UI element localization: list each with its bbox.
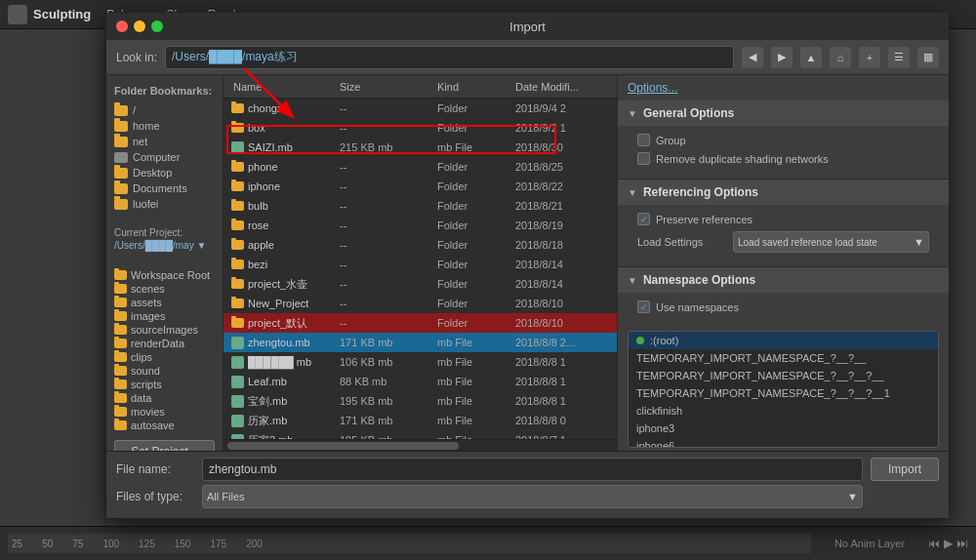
- remove-dup-checkbox[interactable]: [637, 152, 650, 165]
- set-project-button[interactable]: Set Project...: [114, 440, 215, 451]
- lookin-path[interactable]: /Users/████/maya练习: [165, 46, 734, 69]
- project-folder-images[interactable]: images: [106, 309, 223, 323]
- namespace-item[interactable]: iphone6: [629, 437, 938, 448]
- bookmark-documents[interactable]: Documents: [106, 180, 223, 196]
- bookmark-desktop[interactable]: Desktop: [106, 165, 223, 180]
- file-row[interactable]: bulb-- Folder2018/8/21: [224, 196, 617, 216]
- project-folder-workspace[interactable]: Workspace Root: [106, 268, 223, 282]
- file-list-scroll[interactable]: chongzi-- Folder2018/9/4 2box-- Folder20…: [224, 99, 617, 439]
- options-link[interactable]: Options...: [618, 75, 949, 100]
- file-icon: [231, 376, 244, 388]
- file-name: bulb: [227, 200, 340, 212]
- bookmark-luofei[interactable]: luofei: [106, 196, 223, 212]
- file-row[interactable]: phone-- Folder2018/8/25: [224, 157, 617, 177]
- nav-new-folder-button[interactable]: +: [859, 47, 880, 68]
- file-row[interactable]: New_Project-- Folder2018/8/10: [224, 294, 617, 313]
- bookmark-root[interactable]: /: [106, 102, 223, 118]
- bookmark-home[interactable]: home: [106, 118, 223, 134]
- file-row[interactable]: chongzi-- Folder2018/9/4 2: [224, 99, 617, 118]
- project-folder-autosave[interactable]: autosave: [106, 419, 223, 432]
- maya-left-sidebar: [0, 29, 105, 527]
- filename-input[interactable]: [202, 458, 863, 481]
- file-row[interactable]: SAIZI.mb215 KB mbmb File2018/8/30: [224, 138, 617, 157]
- import-button[interactable]: Import: [871, 458, 939, 481]
- nav-back-button[interactable]: ◀: [742, 47, 763, 68]
- scrollbar-thumb[interactable]: [227, 442, 459, 450]
- file-date: 2018/8/19: [515, 220, 613, 231]
- preserve-refs-checkbox[interactable]: ✓: [637, 213, 650, 225]
- project-folder-data[interactable]: data: [106, 391, 223, 405]
- namespace-list[interactable]: :(root)TEMPORARY_IMPORT_NAMESPACE_?__?__…: [628, 331, 939, 448]
- file-row[interactable]: bezi-- Folder2018/8/14: [224, 255, 617, 274]
- project-folder-sourceimages[interactable]: sourceImages: [106, 323, 223, 337]
- file-row[interactable]: 历家.mb171 KB mbmb File2018/8/8 0: [224, 411, 617, 430]
- namespace-item[interactable]: :(root): [629, 332, 938, 349]
- file-kind: Folder: [437, 317, 515, 329]
- file-row[interactable]: iphone-- Folder2018/8/22: [224, 177, 617, 196]
- file-row[interactable]: 宝剑.mb195 KB mbmb File2018/8/8 1: [224, 391, 617, 411]
- bookmark-net[interactable]: net: [106, 134, 223, 149]
- load-settings-key: Load Settings: [637, 236, 725, 248]
- file-date: 2018/8/8 1: [515, 356, 613, 368]
- project-folder-assets[interactable]: assets: [106, 296, 223, 309]
- namespace-item[interactable]: TEMPORARY_IMPORT_NAMESPACE_?__?__?__: [629, 367, 938, 384]
- timeline-ruler[interactable]: 25 50 75 100 125 150 175 200: [8, 534, 811, 553]
- dialog-bottom: File name: Import Files of type: All Fil…: [106, 451, 949, 518]
- file-row[interactable]: ██████ mb106 KB mbmb File2018/8/8 1: [224, 352, 617, 372]
- namespace-item[interactable]: iphone3: [629, 420, 938, 437]
- project-folder-renderdata[interactable]: renderData: [106, 337, 223, 350]
- file-size: --: [340, 220, 437, 231]
- nav-home-button[interactable]: ⌂: [830, 47, 851, 68]
- folder-icon: [114, 183, 128, 194]
- file-row[interactable]: project_水壶-- Folder2018/8/14: [224, 274, 617, 294]
- namespace-item[interactable]: TEMPORARY_IMPORT_NAMESPACE_?__?__?__1: [629, 384, 938, 402]
- play-back-button[interactable]: ⏮: [928, 537, 940, 550]
- file-row[interactable]: Leaf.mb88 KB mbmb File2018/8/8 1: [224, 372, 617, 391]
- project-folder-scenes[interactable]: scenes: [106, 282, 223, 296]
- project-folder-clips[interactable]: clips: [106, 350, 223, 364]
- group-label: Group: [656, 135, 686, 146]
- file-name: iphone: [227, 180, 340, 192]
- file-date: 2018/8/22: [515, 180, 613, 192]
- file-size: --: [340, 317, 437, 329]
- project-folder-movies[interactable]: movies: [106, 405, 223, 419]
- project-folder-sound[interactable]: sound: [106, 364, 223, 378]
- nav-list-view-button[interactable]: ☰: [888, 47, 910, 68]
- nav-up-button[interactable]: ▲: [800, 47, 822, 68]
- playback-controls: ⏮ ▶ ⏭: [928, 537, 968, 550]
- maximize-button[interactable]: [151, 20, 163, 32]
- load-settings-row: Load Settings Load saved reference load …: [637, 231, 929, 253]
- use-ns-checkbox[interactable]: ✓: [637, 300, 650, 313]
- file-row[interactable]: 历家2.mb195 KB mbmb File2018/8/7 1: [224, 430, 617, 439]
- nav-detail-view-button[interactable]: ▦: [917, 47, 939, 68]
- file-row[interactable]: rose-- Folder2018/8/19: [224, 216, 617, 235]
- file-date: 2018/8/18: [515, 239, 613, 251]
- load-settings-dropdown[interactable]: Load saved reference load state ▼: [733, 231, 929, 253]
- namespace-item[interactable]: TEMPORARY_IMPORT_NAMESPACE_?__?__: [629, 349, 938, 367]
- filetype-dropdown[interactable]: All Files ▼: [202, 485, 863, 508]
- file-row[interactable]: project_默认-- Folder2018/8/10: [224, 313, 617, 333]
- nav-forward-button[interactable]: ▶: [771, 47, 793, 68]
- folder-icon: [231, 123, 244, 133]
- namespace-item[interactable]: clickfinish: [629, 402, 938, 420]
- bookmark-computer[interactable]: Computer: [106, 149, 223, 165]
- general-options-header[interactable]: ▼ General Options: [618, 100, 949, 126]
- file-date: 2018/8/10: [515, 298, 613, 309]
- play-button[interactable]: ▶: [944, 537, 953, 550]
- group-checkbox[interactable]: [637, 134, 650, 146]
- horizontal-scrollbar[interactable]: [224, 439, 617, 451]
- left-panel: Folder Bookmarks: / home net Computer De…: [106, 75, 224, 451]
- filename-row: File name: Import: [116, 458, 939, 481]
- file-row[interactable]: box-- Folder2018/9/2 1: [224, 118, 617, 138]
- project-folder-scripts[interactable]: scripts: [106, 378, 223, 391]
- namespace-options-header[interactable]: ▼ Namespace Options: [618, 267, 949, 293]
- file-size: 195 KB mb: [340, 395, 437, 407]
- file-row[interactable]: zhengtou.mb171 KB mbmb File2018/8/8 2…: [224, 333, 617, 352]
- folder-icon: [231, 162, 244, 172]
- play-forward-button[interactable]: ⏭: [956, 537, 968, 550]
- close-button[interactable]: [116, 20, 128, 32]
- namespace-options-section: ▼ Namespace Options ✓ Use namespaces :(r…: [618, 267, 949, 451]
- file-row[interactable]: apple-- Folder2018/8/18: [224, 235, 617, 255]
- referencing-options-header[interactable]: ▼ Referencing Options: [618, 180, 949, 205]
- minimize-button[interactable]: [134, 20, 145, 32]
